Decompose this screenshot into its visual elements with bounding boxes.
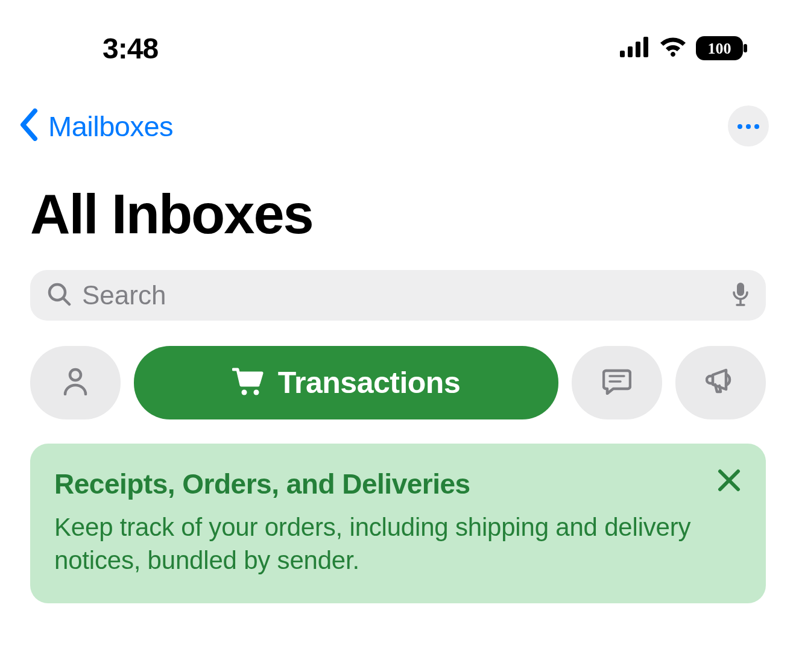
svg-line-11 xyxy=(63,298,69,304)
search-icon xyxy=(47,282,71,309)
svg-point-15 xyxy=(70,369,81,380)
svg-rect-1 xyxy=(628,46,633,57)
category-primary[interactable] xyxy=(30,346,121,419)
banner-body: Keep track of your orders, including shi… xyxy=(54,511,742,577)
svg-text:100: 100 xyxy=(708,40,731,57)
svg-point-17 xyxy=(253,390,259,395)
microphone-icon[interactable] xyxy=(732,281,749,309)
page-title: All Inboxes xyxy=(0,165,796,264)
battery-indicator: 100 xyxy=(696,36,748,60)
category-transactions[interactable]: Transactions xyxy=(134,346,558,419)
svg-rect-2 xyxy=(636,42,640,57)
search-bar[interactable] xyxy=(30,270,766,321)
search-input[interactable] xyxy=(82,280,721,310)
info-banner: Receipts, Orders, and Deliveries Keep tr… xyxy=(30,444,766,603)
nav-bar: Mailboxes xyxy=(0,81,796,165)
status-indicators: 100 xyxy=(620,36,748,60)
category-row: Transactions xyxy=(0,339,796,444)
category-promotions[interactable] xyxy=(675,346,766,419)
cart-icon xyxy=(232,367,264,398)
signal-icon xyxy=(620,37,650,60)
svg-point-7 xyxy=(738,124,742,129)
status-bar: 3:48 100 xyxy=(0,0,796,81)
svg-rect-3 xyxy=(643,37,648,57)
svg-rect-12 xyxy=(737,283,744,296)
svg-rect-0 xyxy=(620,51,625,57)
back-label: Mailboxes xyxy=(48,110,173,143)
more-icon xyxy=(738,121,759,131)
svg-point-8 xyxy=(746,124,751,129)
close-icon xyxy=(718,483,741,494)
banner-close-button[interactable] xyxy=(716,468,742,495)
search-container xyxy=(30,270,766,321)
banner-title: Receipts, Orders, and Deliveries xyxy=(54,468,470,500)
wifi-icon xyxy=(659,37,687,60)
category-label: Transactions xyxy=(278,365,460,400)
megaphone-icon xyxy=(706,368,736,398)
category-updates[interactable] xyxy=(572,346,662,419)
chevron-left-icon xyxy=(18,108,40,143)
person-icon xyxy=(62,368,89,398)
status-time: 3:48 xyxy=(103,32,158,65)
back-button[interactable]: Mailboxes xyxy=(18,108,173,143)
more-button[interactable] xyxy=(728,105,769,146)
svg-point-9 xyxy=(754,124,759,129)
message-icon xyxy=(602,368,631,397)
svg-rect-5 xyxy=(744,44,747,52)
svg-point-16 xyxy=(241,390,247,395)
